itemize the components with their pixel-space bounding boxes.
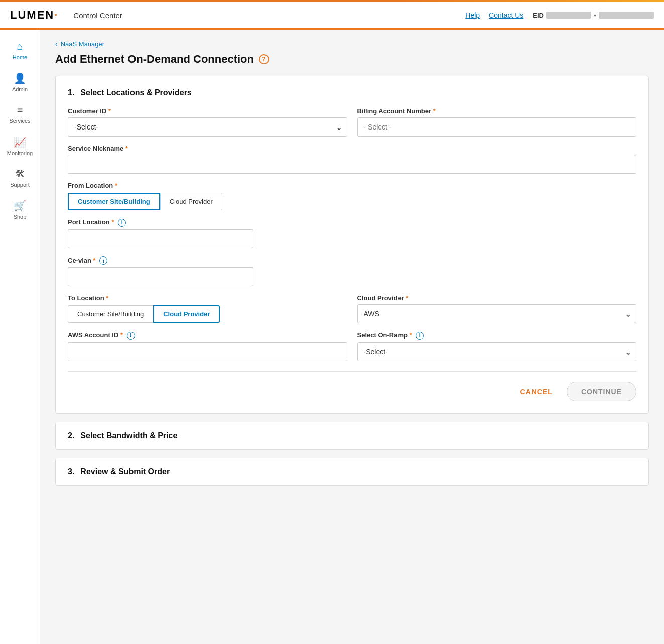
home-icon: ⌂ [17,41,23,52]
from-location-required: * [115,182,117,189]
help-link[interactable]: Help [465,11,480,19]
step2-section: 2. Select Bandwidth & Price [55,422,649,450]
service-nickname-label: Service Nickname * [68,145,636,152]
sidebar-label-monitoring: Monitoring [7,150,33,156]
cloud-provider-group: Cloud Provider * AWS ⌄ [357,294,637,323]
eid-area: EID ▾ [533,12,654,19]
support-icon: 🛠 [15,168,25,180]
sidebar-item-services[interactable]: ≡ Services [0,98,40,130]
sidebar-item-shop[interactable]: 🛒 Shop [0,194,40,226]
page-title: Add Ethernet On-Demand Connection ? [55,53,649,66]
billing-account-required: * [433,107,436,115]
service-nickname-group: Service Nickname * [68,145,636,174]
to-location-required: * [106,294,108,302]
step3-number: 3. [68,467,74,476]
to-customer-site-button[interactable]: Customer Site/Building [68,305,153,323]
aws-account-input[interactable] [68,342,347,361]
cloud-provider-select-wrapper: AWS ⌄ [357,304,637,323]
billing-account-group: Billing Account Number * [357,107,637,137]
sidebar-item-support[interactable]: 🛠 Support [0,162,40,194]
from-cloud-provider-button[interactable]: Cloud Provider [160,193,222,210]
ce-vlan-group: Ce-vlan * i [68,256,253,287]
breadcrumb-arrow-icon: ‹ [55,40,58,48]
port-location-row: Port Location * i [68,218,636,248]
to-location-label: To Location * [68,294,347,302]
cloud-provider-select[interactable]: AWS [357,304,637,323]
logo: LUMEN· [10,9,58,22]
sidebar-label-home: Home [13,54,27,60]
select-onramp-group: Select On-Ramp * i -Select- ⌄ [357,331,637,361]
action-row: CANCEL CONTINUE [68,382,636,401]
aws-account-info-icon[interactable]: i [127,332,135,340]
continue-button[interactable]: CONTINUE [567,382,636,401]
step2-header: 2. Select Bandwidth & Price [68,431,636,440]
select-onramp-required: * [410,331,412,339]
breadcrumb-parent-link[interactable]: NaaS Manager [61,40,104,48]
nav-right: Help Contact Us EID ▾ [465,11,654,19]
service-nickname-input[interactable] [68,155,636,174]
sidebar-item-monitoring[interactable]: 📈 Monitoring [0,130,40,162]
from-location-group: From Location * Customer Site/Building C… [68,182,636,210]
to-location-cloud-row: To Location * Customer Site/Building Clo… [68,294,636,323]
from-location-row: From Location * Customer Site/Building C… [68,182,636,210]
to-location-group: To Location * Customer Site/Building Clo… [68,294,347,323]
aws-account-label: AWS Account ID * i [68,331,347,340]
step3-title: Review & Submit Order [80,467,170,476]
page-title-text: Add Ethernet On-Demand Connection [55,53,254,66]
service-nickname-row: Service Nickname * [68,145,636,174]
sidebar-label-services: Services [9,118,30,124]
from-customer-site-button[interactable]: Customer Site/Building [68,193,160,210]
sidebar: ⌂ Home 👤 Admin ≡ Services 📈 Monitoring 🛠… [0,30,40,644]
aws-account-group: AWS Account ID * i [68,331,347,361]
sidebar-item-home[interactable]: ⌂ Home [0,35,40,66]
step1-section: 1. Select Locations & Providers Customer… [55,76,649,414]
service-nickname-required: * [125,145,128,152]
port-location-label: Port Location * i [68,218,253,227]
eid-label: EID [533,12,544,19]
to-cloud-provider-button[interactable]: Cloud Provider [153,305,220,323]
step1-number: 1. [68,88,74,97]
sidebar-item-admin[interactable]: 👤 Admin [0,66,40,98]
select-onramp-info-icon[interactable]: i [416,332,424,340]
customer-id-group: Customer ID * -Select- ⌄ [68,107,347,137]
aws-account-required: * [120,331,123,339]
select-onramp-select-wrapper: -Select- ⌄ [357,342,637,361]
user-value [599,12,654,19]
step2-title: Select Bandwidth & Price [80,431,177,440]
services-icon: ≡ [17,104,23,116]
cancel-button[interactable]: CANCEL [512,383,561,400]
eid-value [546,12,591,19]
layout: ⌂ Home 👤 Admin ≡ Services 📈 Monitoring 🛠… [0,30,664,644]
billing-account-input[interactable] [357,117,637,137]
port-location-required: * [111,218,114,226]
breadcrumb: ‹ NaaS Manager [55,40,649,48]
sidebar-label-support: Support [10,182,30,188]
cloud-provider-label: Cloud Provider * [357,294,637,302]
ce-vlan-label: Ce-vlan * i [68,256,253,265]
main-content: ‹ NaaS Manager Add Ethernet On-Demand Co… [40,30,664,644]
cloud-provider-required: * [406,294,408,302]
step3-section: 3. Review & Submit Order [55,458,649,486]
port-location-info-icon[interactable]: i [118,219,126,227]
sidebar-label-admin: Admin [12,86,28,92]
customer-id-select-wrapper: -Select- ⌄ [68,117,347,137]
from-location-toggle: Customer Site/Building Cloud Provider [68,193,636,210]
app-name: Control Center [73,11,122,20]
ce-vlan-input[interactable] [68,267,253,286]
port-location-input[interactable] [68,229,253,248]
select-onramp-select[interactable]: -Select- [357,342,637,361]
aws-onramp-row: AWS Account ID * i Select On-Ramp * i [68,331,636,361]
action-divider [68,371,636,372]
admin-icon: 👤 [14,72,26,84]
ce-vlan-info-icon[interactable]: i [99,256,107,265]
customer-id-select[interactable]: -Select- [68,117,347,137]
step1-header: 1. Select Locations & Providers [68,88,636,97]
port-location-group: Port Location * i [68,218,253,248]
contact-link[interactable]: Contact Us [489,11,523,19]
page-help-icon[interactable]: ? [259,54,269,64]
shop-icon: 🛒 [14,200,26,212]
customer-id-required: * [108,107,111,115]
eid-chevron-icon[interactable]: ▾ [594,13,596,18]
ce-vlan-required: * [93,256,96,264]
to-location-toggle: Customer Site/Building Cloud Provider [68,305,347,323]
